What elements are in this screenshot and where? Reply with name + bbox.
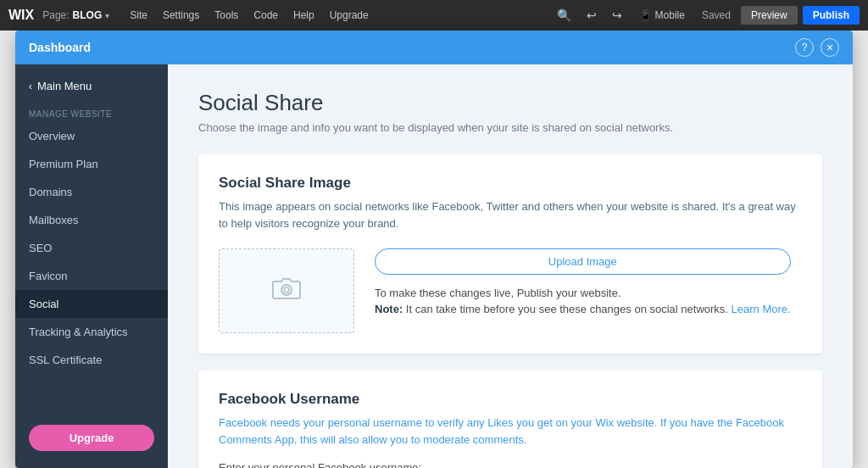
- page-label: Page:: [42, 9, 69, 21]
- svg-point-0: [281, 285, 292, 295]
- modal: Dashboard ? × ‹ Main Menu MANAGE WEBSITE…: [15, 31, 853, 468]
- main-content: Social Share Choose the image and info y…: [168, 64, 853, 468]
- sidebar-back-label: Main Menu: [37, 80, 92, 92]
- redo-icon[interactable]: ↪: [607, 5, 627, 25]
- sidebar-item-social[interactable]: Social: [15, 290, 168, 318]
- upload-actions: Upload Image To make these changes live,…: [375, 248, 791, 315]
- wix-logo: WIX: [8, 8, 34, 23]
- warning-text: It can take time before you see these ch…: [406, 303, 728, 315]
- sidebar-item-seo[interactable]: SEO: [15, 234, 168, 262]
- warning-prefix: Note:: [375, 303, 403, 315]
- sidebar-item-domains[interactable]: Domains: [15, 178, 168, 206]
- modal-header: Dashboard ? ×: [15, 31, 853, 64]
- upgrade-button[interactable]: Upgrade: [29, 425, 154, 451]
- modal-title: Dashboard: [29, 41, 91, 54]
- search-icon[interactable]: 🔍: [552, 5, 576, 25]
- page-title: Social Share: [198, 90, 822, 116]
- image-upload-row: Upload Image To make these changes live,…: [219, 248, 802, 333]
- sidebar-item-premium-plan[interactable]: Premium Plan: [15, 150, 168, 178]
- saved-status: Saved: [697, 6, 736, 25]
- sidebar-item-overview[interactable]: Overview: [15, 122, 168, 150]
- sidebar-upgrade: Upgrade: [15, 411, 168, 468]
- undo-icon[interactable]: ↩: [581, 5, 602, 25]
- nav-help[interactable]: Help: [287, 6, 321, 25]
- nav-site[interactable]: Site: [123, 6, 154, 25]
- nav-settings[interactable]: Settings: [156, 6, 206, 25]
- mobile-icon: 📱: [639, 9, 652, 21]
- fb-card-title: Facebook Username: [219, 391, 802, 408]
- publish-button[interactable]: Publish: [803, 6, 860, 25]
- social-share-image-card: Social Share Image This image appears on…: [198, 154, 822, 354]
- sidebar-item-mailboxes[interactable]: Mailboxes: [15, 206, 168, 234]
- modal-header-actions: ? ×: [795, 38, 839, 57]
- topbar: WIX Page: BLOG ▾ Site Settings Tools Cod…: [0, 0, 868, 31]
- fb-card-desc: Facebook needs your personal username to…: [219, 415, 802, 448]
- upload-note: To make these changes live, Publish your…: [375, 287, 791, 299]
- facebook-username-card: Facebook Username Facebook needs your pe…: [198, 370, 822, 468]
- page-name: BLOG: [73, 9, 103, 21]
- mobile-btn[interactable]: 📱 Mobile: [632, 6, 692, 25]
- upload-warning: Note: It can take time before you see th…: [375, 303, 791, 315]
- nav-code[interactable]: Code: [247, 6, 285, 25]
- sidebar-back[interactable]: ‹ Main Menu: [15, 73, 168, 99]
- topbar-nav: Site Settings Tools Code Help Upgrade: [123, 6, 375, 25]
- sidebar: ‹ Main Menu MANAGE WEBSITE Overview Prem…: [15, 64, 168, 468]
- sidebar-item-tracking[interactable]: Tracking & Analytics: [15, 318, 168, 346]
- page-subtitle: Choose the image and info you want to be…: [198, 121, 822, 134]
- camera-icon: [271, 276, 302, 307]
- mobile-label: Mobile: [655, 9, 685, 21]
- image-card-title: Social Share Image: [219, 175, 802, 192]
- fb-input-label: Enter your personal Facebook username:: [219, 461, 802, 468]
- back-arrow-icon: ‹: [29, 81, 32, 92]
- help-button[interactable]: ?: [795, 38, 814, 57]
- chevron-down-icon[interactable]: ▾: [105, 11, 109, 20]
- sidebar-section-label: MANAGE WEBSITE: [15, 104, 168, 122]
- image-card-desc: This image appears on social networks li…: [219, 198, 802, 231]
- image-placeholder: [219, 248, 354, 333]
- sidebar-item-ssl[interactable]: SSL Certificate: [15, 346, 168, 374]
- close-button[interactable]: ×: [821, 38, 839, 57]
- sidebar-item-favicon[interactable]: Favicon: [15, 262, 168, 290]
- upload-image-button[interactable]: Upload Image: [375, 248, 791, 275]
- nav-tools[interactable]: Tools: [208, 6, 245, 25]
- nav-upgrade[interactable]: Upgrade: [323, 6, 376, 25]
- preview-button[interactable]: Preview: [741, 6, 798, 25]
- modal-body: ‹ Main Menu MANAGE WEBSITE Overview Prem…: [15, 64, 853, 468]
- topbar-right: 🔍 ↩ ↪ 📱 Mobile Saved Preview Publish: [552, 5, 860, 25]
- svg-point-1: [284, 287, 289, 292]
- learn-more-link[interactable]: Learn More.: [732, 303, 791, 315]
